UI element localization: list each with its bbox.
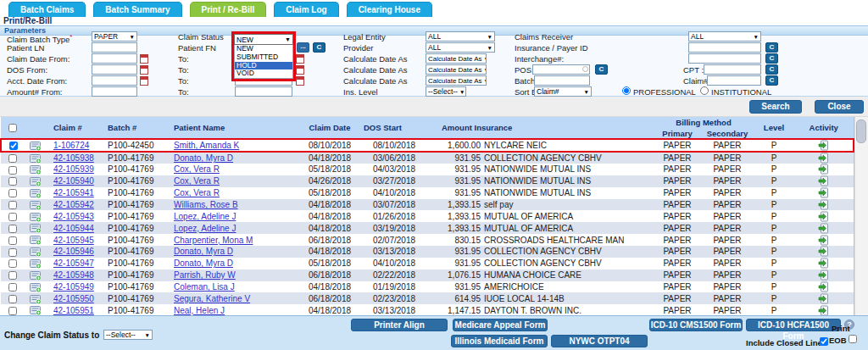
claim-form-icon[interactable]	[30, 176, 42, 186]
patient-link[interactable]: Charpentier, Mona M	[174, 236, 253, 245]
activity-icon[interactable]	[818, 235, 829, 246]
calendar-icon[interactable]	[296, 54, 304, 64]
sort-by-select[interactable]: Claim#▼	[534, 86, 592, 97]
print-eob-checkbox[interactable]	[849, 335, 857, 343]
activity-icon[interactable]	[818, 153, 829, 164]
select-all-checkbox[interactable]	[8, 124, 17, 132]
claim-link[interactable]: 42-105945	[53, 236, 94, 245]
calculate-date-as-select[interactable]: Calculate Date As▼	[426, 75, 487, 86]
acct-date-from-input[interactable]	[92, 75, 137, 86]
vertical-scrollbar[interactable]	[854, 117, 868, 315]
claim-form-icon[interactable]	[30, 188, 42, 198]
activity-icon[interactable]	[818, 211, 829, 222]
illinois-medicaid-form-button[interactable]: Illinois Medicaid Form	[451, 335, 548, 347]
claim-form-icon[interactable]	[30, 305, 42, 315]
nywc-otpt04-button[interactable]: NYWC OTPT04	[551, 335, 648, 347]
claim-link[interactable]: 42-105950	[53, 294, 94, 303]
institutional-radio[interactable]	[700, 86, 709, 95]
row-checkbox[interactable]	[8, 201, 17, 209]
patient-link[interactable]: Donato, Myra D	[174, 153, 233, 163]
batch-number-input[interactable]	[534, 75, 590, 86]
patient-link[interactable]: Neal, Helen J	[174, 306, 225, 315]
provider-select[interactable]: ALL▼	[426, 42, 495, 53]
row-checkbox[interactable]	[8, 166, 17, 175]
patient-fn-lookup-button[interactable]: ...	[297, 42, 309, 53]
claim-link[interactable]: 42-105947	[53, 258, 94, 268]
scrollbar-thumb[interactable]	[856, 119, 866, 143]
pos-clear-button[interactable]: C	[595, 64, 608, 75]
patient-link[interactable]: Cox, Vera R	[174, 164, 220, 174]
claim-link[interactable]: 42-105938	[53, 153, 94, 163]
amount-to-input[interactable]	[235, 86, 292, 97]
patient-link[interactable]: Cox, Vera R	[174, 188, 220, 197]
row-checkbox[interactable]	[8, 213, 17, 221]
interchange-clear-button[interactable]: C	[765, 53, 778, 64]
claim-form-icon[interactable]	[30, 212, 42, 222]
calendar-icon[interactable]	[140, 65, 148, 75]
activity-icon[interactable]	[818, 199, 829, 210]
tab-batch-claims[interactable]: Batch Claims	[8, 2, 86, 17]
claim-link[interactable]: 42-105944	[53, 224, 94, 233]
patient-ln-input[interactable]	[92, 42, 137, 53]
row-checkbox[interactable]	[8, 154, 17, 163]
claim-form-icon[interactable]	[30, 223, 42, 233]
claim-status-option[interactable]: VOID	[235, 69, 292, 78]
patient-link[interactable]: Lopez, Adeline J	[174, 212, 236, 221]
row-checkbox[interactable]	[8, 295, 17, 303]
claim-form-icon[interactable]	[30, 164, 42, 175]
claim-batch-type-select[interactable]: PAPER▼	[92, 31, 137, 42]
professional-radio[interactable]	[622, 86, 631, 95]
row-checkbox[interactable]	[8, 283, 17, 292]
dos-from-input[interactable]	[92, 64, 137, 75]
claim-link[interactable]: 1-106724	[53, 141, 89, 150]
cpt-clear-button[interactable]: C	[765, 64, 778, 75]
activity-icon[interactable]	[818, 140, 829, 151]
calendar-icon[interactable]	[140, 54, 148, 64]
patient-link[interactable]: Lopez, Adeline J	[174, 224, 236, 233]
claim-form-icon[interactable]	[30, 282, 42, 292]
activity-icon[interactable]	[818, 281, 829, 292]
tab-batch-summary[interactable]: Batch Summary	[93, 2, 181, 17]
claim-number-input[interactable]	[707, 75, 761, 86]
amount-from-input[interactable]	[92, 86, 137, 97]
activity-icon[interactable]	[818, 305, 829, 316]
row-checkbox[interactable]	[8, 236, 17, 245]
tab-claim-log[interactable]: Claim Log	[274, 2, 338, 17]
claim-link[interactable]: 42-105939	[53, 164, 94, 174]
calendar-icon[interactable]	[140, 76, 148, 86]
tab-clearing-house[interactable]: Clearing House	[347, 2, 432, 17]
claim-link[interactable]: 42-105949	[53, 282, 94, 292]
ins-level-select[interactable]: --Select--▼	[426, 86, 466, 97]
patient-link[interactable]: Donato, Myra D	[174, 247, 233, 256]
legal-entity-select[interactable]: ALL▼	[426, 31, 495, 42]
insurance-payer-id-input[interactable]	[688, 42, 761, 53]
patient-link[interactable]: Cox, Vera R	[174, 176, 220, 186]
claim-number-clear-button[interactable]: C	[765, 75, 778, 86]
icd10-hcfa1500-form-button[interactable]: ICD-10 HCFA1500 Form	[746, 319, 841, 331]
claims-receiver-select[interactable]: ALL▼	[688, 31, 761, 42]
row-checkbox[interactable]	[9, 142, 18, 150]
row-checkbox[interactable]	[8, 307, 17, 315]
row-checkbox[interactable]	[8, 177, 17, 186]
claim-form-icon[interactable]	[30, 270, 42, 281]
cpt-input[interactable]	[704, 64, 761, 75]
claim-form-icon[interactable]	[30, 258, 42, 269]
activity-icon[interactable]	[818, 258, 829, 269]
search-button[interactable]: Search	[749, 100, 802, 114]
claim-form-icon[interactable]	[30, 141, 42, 151]
patient-link[interactable]: Smith, Amanda K	[174, 141, 239, 150]
patient-link[interactable]: Coleman, Lisa J	[174, 282, 235, 292]
claim-link[interactable]: 42-105943	[53, 212, 94, 221]
activity-icon[interactable]	[818, 164, 829, 175]
change-claim-status-select[interactable]: --Select--▼	[103, 330, 153, 340]
claim-date-from-input[interactable]	[92, 53, 137, 64]
row-checkbox[interactable]	[8, 259, 17, 268]
patient-link[interactable]: Williams, Rose B	[174, 200, 238, 209]
claim-link[interactable]: 42-105951	[53, 306, 94, 315]
row-checkbox[interactable]	[8, 271, 17, 280]
row-checkbox[interactable]	[8, 225, 17, 233]
interchange-input[interactable]	[688, 53, 761, 64]
tab-print-rebill[interactable]: Print / Re-Bill	[190, 2, 267, 17]
claim-link[interactable]: 42-105946	[53, 247, 94, 256]
activity-icon[interactable]	[818, 175, 829, 186]
